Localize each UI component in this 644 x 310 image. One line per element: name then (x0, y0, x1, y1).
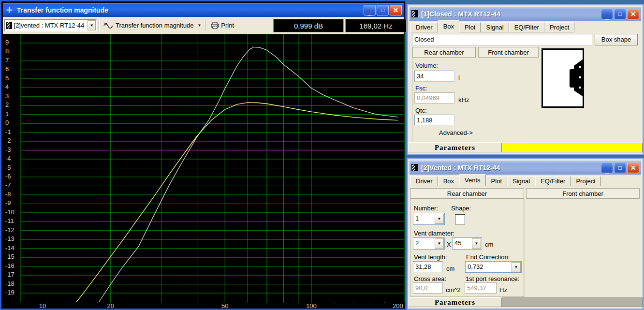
chevron-down-icon[interactable]: ▼ (472, 238, 481, 249)
qtc-input[interactable] (414, 115, 454, 125)
print-label: Print (221, 22, 234, 29)
y-tick-label: -7 (5, 181, 20, 189)
x-tick-label: 50 (216, 302, 234, 310)
y-tick-label: 6 (5, 65, 20, 73)
tab-vents[interactable]: Vents (459, 174, 486, 186)
rear-chamber-tab[interactable]: Rear chamber (412, 47, 476, 58)
vent-length-input[interactable] (413, 261, 443, 272)
parameters-progress-strip (502, 143, 643, 152)
y-tick-label: -17 (5, 271, 20, 278)
speaker-drawing (543, 50, 583, 106)
y-tick-label: -16 (5, 262, 20, 269)
chevron-down-icon[interactable]: ▼ (435, 238, 444, 249)
end-correction-combo[interactable]: 0,732 ▼ (465, 261, 522, 273)
tab-driver[interactable]: Driver (410, 22, 438, 32)
tab-box[interactable]: Box (438, 176, 459, 186)
tab-driver[interactable]: Driver (410, 176, 438, 186)
vent-diameter-unit: cm (485, 241, 493, 248)
chevron-down-icon[interactable]: ▼ (197, 23, 201, 28)
closed-window-tabs: DriverBoxPlotSignalEQ/FilterProject (410, 20, 641, 32)
cross-area-unit: cm^2 (446, 286, 461, 294)
close-button[interactable]: ✕ (390, 5, 402, 15)
y-tick-label: -9 (5, 199, 20, 207)
toolbar-separator (99, 20, 100, 31)
cursor-db-readout: 0,999 dB (273, 19, 344, 32)
parameters-button[interactable]: Parameters (408, 143, 502, 152)
port-resonance-input (465, 282, 497, 294)
front-chamber-tab[interactable]: Front chamber (478, 47, 539, 58)
fsc-label: Fsc: (415, 85, 427, 92)
vent-number-combo[interactable]: 1 ▼ (413, 213, 445, 225)
vent-diameter-label: Vent diameter: (414, 230, 454, 237)
y-tick-label: 8 (5, 47, 20, 55)
y-tick-label: -14 (5, 244, 20, 251)
plot-window-title: Transfer function magnitude (17, 6, 364, 14)
chevron-down-icon[interactable]: ▼ (88, 20, 96, 30)
chevron-down-icon[interactable]: ▼ (435, 214, 444, 224)
y-tick-label: 1 (5, 110, 20, 118)
toolbar-separator (205, 20, 206, 31)
minimize-button[interactable]: _ (601, 9, 613, 19)
graph-type-selector[interactable]: Transfer function magnitude ▼ (102, 19, 203, 31)
project-icon (6, 22, 12, 29)
tab-eq-filter[interactable]: EQ/Filter (535, 176, 571, 186)
close-button[interactable]: ✕ (627, 162, 639, 173)
tab-project[interactable]: Project (544, 22, 574, 32)
minimize-button[interactable]: _ (601, 162, 613, 173)
vented-window-titlebar[interactable]: [2]Vented : MTX RT12-44 _ □ ✕ (410, 161, 641, 175)
move-icon: ✛ (5, 6, 14, 15)
box-shape-button[interactable]: Box shape (595, 34, 638, 45)
transfer-function-chart[interactable] (20, 33, 406, 303)
minimize-button[interactable]: _ (364, 5, 376, 15)
vent-shape-selector[interactable] (455, 214, 465, 224)
vent-diameter-combo-2[interactable]: 45 ▼ (452, 237, 482, 250)
vent-diameter-1-value: 2 (413, 238, 434, 249)
tab-signal[interactable]: Signal (507, 176, 535, 186)
vented-window-title: [2]Vented : MTX RT12-44 (421, 164, 601, 172)
closed-window-title: [1]Closed : MTX RT12-44 (421, 10, 601, 18)
maximize-button[interactable]: □ (377, 5, 389, 15)
maximize-button[interactable]: □ (614, 162, 626, 173)
end-correction-label: End Correction: (466, 253, 510, 261)
y-tick-label: 9 (5, 39, 20, 46)
parameters-button[interactable]: Parameters (408, 297, 502, 307)
y-tick-label: 4 (5, 83, 20, 90)
graph-type-value: Transfer function magnitude (113, 22, 197, 29)
closed-window-titlebar[interactable]: [1]Closed : MTX RT12-44 _ □ ✕ (410, 7, 641, 21)
y-tick-label: -19 (5, 289, 20, 296)
vented-window-tabs: DriverBoxVentsPlotSignalEQ/FilterProject (410, 174, 641, 186)
tab-eq-filter[interactable]: EQ/Filter (509, 22, 544, 32)
close-button[interactable]: ✕ (627, 9, 639, 19)
volume-unit: l (458, 74, 460, 81)
box-type-field[interactable]: Closed (412, 34, 592, 45)
window-closed-box: [1]Closed : MTX RT12-44 _ □ ✕ DriverBoxP… (407, 4, 644, 155)
y-tick-label: -12 (5, 226, 20, 234)
front-chamber-tab[interactable]: Front chamber (526, 188, 640, 199)
times-symbol: X (447, 241, 451, 248)
volume-input[interactable] (414, 71, 454, 82)
tab-plot[interactable]: Plot (459, 22, 481, 32)
y-tick-label: -2 (5, 137, 20, 144)
y-tick-label: -4 (5, 155, 20, 162)
driver-project-icon (411, 10, 418, 17)
y-tick-label: 3 (5, 92, 20, 100)
tab-plot[interactable]: Plot (486, 176, 507, 186)
plot-window-titlebar[interactable]: ✛ Transfer function magnitude _ □ ✕ (3, 3, 404, 17)
print-button[interactable]: Print (208, 19, 237, 31)
maximize-button[interactable]: □ (614, 9, 626, 19)
y-tick-label: 7 (5, 57, 20, 64)
x-tick-label: 10 (34, 302, 51, 310)
tab-box[interactable]: Box (438, 20, 459, 32)
y-tick-label: -13 (5, 235, 20, 242)
y-tick-label: -8 (5, 191, 20, 198)
vent-diameter-combo-1[interactable]: 2 ▼ (413, 237, 445, 250)
end-correction-value: 0,732 (466, 262, 511, 272)
tab-project[interactable]: Project (571, 176, 600, 186)
project-selector[interactable]: [2]vented : MTX RT12-44 ▼ (4, 19, 97, 31)
advanced-link[interactable]: Advanced-> (439, 129, 473, 136)
tab-signal[interactable]: Signal (481, 22, 509, 32)
rear-chamber-tab[interactable]: Rear chamber (410, 188, 524, 199)
qtc-label: Qtc: (415, 107, 427, 114)
chevron-down-icon[interactable]: ▼ (512, 262, 521, 272)
window-transfer-function: ✛ Transfer function magnitude _ □ ✕ [2]v… (0, 0, 407, 310)
